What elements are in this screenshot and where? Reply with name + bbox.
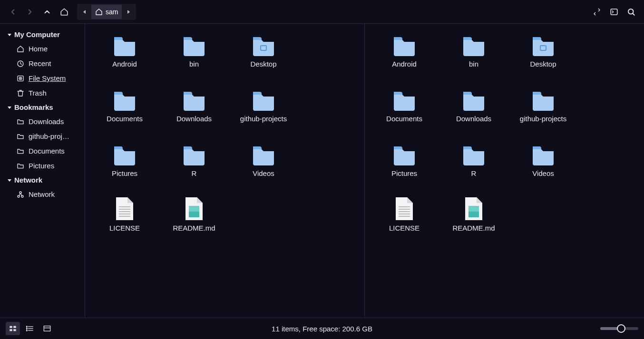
- status-text: 11 items, Free space: 200.6 GB: [0, 325, 644, 333]
- folder-icon: [251, 142, 276, 166]
- sidebar-item-label: Pictures: [29, 162, 54, 170]
- file-item[interactable]: README.md: [439, 194, 508, 235]
- item-label: LICENSE: [109, 224, 140, 232]
- sidebar-section-header[interactable]: Bookmarks: [0, 100, 85, 114]
- view-list-button[interactable]: [23, 322, 37, 335]
- item-label: Videos: [532, 169, 554, 177]
- path-bar: sam: [77, 4, 136, 20]
- disk-icon: [16, 75, 25, 82]
- sidebar-section-header[interactable]: Network: [0, 173, 85, 187]
- svg-point-9: [20, 78, 20, 78]
- view-icons-button[interactable]: [6, 322, 20, 335]
- sidebar-section-header[interactable]: My Computer: [0, 28, 85, 41]
- folder-item[interactable]: Downloads: [159, 85, 229, 126]
- nav-up-button[interactable]: [39, 4, 55, 20]
- folder-item[interactable]: bin: [159, 30, 229, 71]
- path-next-button[interactable]: [122, 5, 135, 19]
- sidebar-section-label: My Computer: [14, 30, 60, 39]
- split-panes: Android bin Desktop Documents Downloads …: [85, 24, 644, 318]
- sidebar-item[interactable]: Network: [0, 187, 85, 202]
- file-item[interactable]: LICENSE: [370, 194, 439, 235]
- pane-right[interactable]: Android bin Desktop Documents Downloads …: [364, 24, 644, 318]
- item-label: Android: [392, 60, 417, 68]
- svg-rect-31: [10, 326, 12, 328]
- new-terminal-button[interactable]: [606, 4, 622, 20]
- sidebar-item[interactable]: Recent: [0, 56, 85, 71]
- folder-icon: [461, 142, 486, 166]
- folder-icon: [112, 87, 137, 112]
- folder-icon: [392, 142, 417, 166]
- zoom-knob[interactable]: [617, 324, 625, 333]
- sidebar-item[interactable]: File System: [0, 71, 85, 86]
- folder-item[interactable]: Pictures: [370, 140, 439, 180]
- folder-icon: [182, 87, 206, 112]
- sidebar-item-label: github-proj…: [29, 132, 69, 140]
- svg-point-40: [26, 330, 27, 331]
- item-label: github-projects: [240, 115, 287, 123]
- file-image-icon: [461, 196, 486, 221]
- nav-home-button[interactable]: [56, 4, 72, 20]
- toolbar: sam: [0, 0, 644, 24]
- toggle-location-button[interactable]: [589, 4, 605, 20]
- nav-back-button[interactable]: [5, 4, 21, 20]
- sidebar-item[interactable]: Home: [0, 41, 85, 56]
- folder-icon: [251, 87, 276, 112]
- svg-rect-34: [13, 329, 16, 331]
- folder-item[interactable]: Pictures: [90, 140, 159, 180]
- item-label: Documents: [386, 115, 422, 123]
- folder-item[interactable]: github-projects: [229, 85, 298, 126]
- path-prev-button[interactable]: [78, 5, 91, 19]
- path-segment-current[interactable]: sam: [91, 5, 122, 19]
- folder-marked-icon: [251, 32, 276, 57]
- folder-icon: [112, 142, 137, 166]
- folder-item[interactable]: Videos: [229, 140, 298, 180]
- folder-item[interactable]: Desktop: [508, 30, 578, 71]
- nav-forward-button[interactable]: [22, 4, 38, 20]
- file-item[interactable]: README.md: [159, 194, 229, 235]
- folder-item[interactable]: Documents: [90, 85, 159, 126]
- item-label: bin: [189, 60, 199, 68]
- sidebar-section-label: Network: [14, 176, 42, 184]
- svg-rect-41: [44, 326, 50, 331]
- folder-item[interactable]: Desktop: [229, 30, 298, 71]
- file-text-icon: [392, 196, 417, 221]
- network-icon: [16, 191, 25, 198]
- item-label: Pictures: [391, 169, 417, 177]
- folder-item[interactable]: bin: [439, 30, 508, 71]
- item-label: Documents: [107, 115, 143, 123]
- zoom-slider[interactable]: [600, 327, 638, 330]
- sidebar-item[interactable]: Documents: [0, 144, 85, 158]
- folder-icon: [461, 32, 486, 57]
- svg-point-14: [20, 192, 21, 194]
- search-button[interactable]: [623, 4, 639, 20]
- sidebar-item[interactable]: Trash: [0, 86, 85, 100]
- sidebar-item[interactable]: Downloads: [0, 114, 85, 129]
- svg-rect-2: [611, 9, 617, 15]
- sidebar-item[interactable]: github-proj…: [0, 129, 85, 144]
- sidebar-item[interactable]: Pictures: [0, 158, 85, 173]
- sidebar-item-label: Trash: [29, 89, 47, 97]
- folder-item[interactable]: Documents: [370, 85, 439, 126]
- folder-item[interactable]: Android: [370, 30, 439, 71]
- folder-item[interactable]: R: [439, 140, 508, 180]
- folder-icon: [461, 87, 486, 112]
- sidebar-item-label: File System: [29, 74, 66, 82]
- svg-marker-0: [83, 10, 86, 14]
- folder-item[interactable]: R: [159, 140, 229, 180]
- item-label: Pictures: [112, 169, 137, 177]
- view-compact-button[interactable]: [40, 322, 54, 335]
- item-label: github-projects: [520, 115, 566, 123]
- svg-point-39: [26, 328, 27, 329]
- folder-marked-icon: [531, 32, 556, 57]
- folder-item[interactable]: Videos: [508, 140, 578, 180]
- folder-icon: [182, 142, 206, 166]
- folder-icon: [182, 32, 206, 57]
- folder-item[interactable]: Android: [90, 30, 159, 71]
- pane-left[interactable]: Android bin Desktop Documents Downloads …: [85, 24, 364, 318]
- folder-icon: [16, 147, 25, 155]
- folder-item[interactable]: github-projects: [508, 85, 578, 126]
- svg-marker-11: [8, 179, 11, 182]
- file-item[interactable]: LICENSE: [90, 194, 159, 235]
- sidebar-section-label: Bookmarks: [14, 103, 53, 111]
- folder-item[interactable]: Downloads: [439, 85, 508, 126]
